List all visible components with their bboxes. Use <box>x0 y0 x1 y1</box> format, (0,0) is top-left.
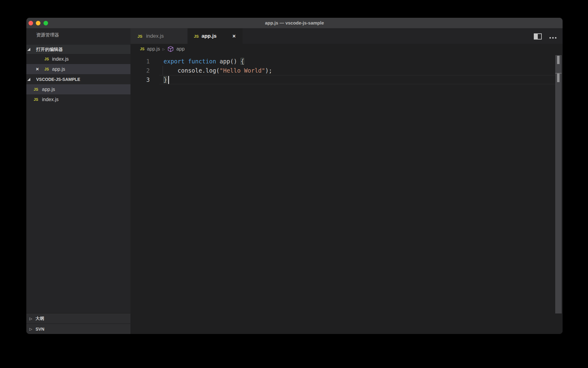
code-text: console.log("Hello World"); <box>164 66 272 75</box>
overview-ruler-mark <box>557 74 560 82</box>
code-line-2[interactable]: 2 console.log("Hello World"); <box>130 66 563 75</box>
line-number: 2 <box>130 66 150 75</box>
twistie-expanded-icon <box>27 48 30 51</box>
code-line-3[interactable]: 3 } <box>130 75 563 84</box>
title-bar: app.js — vscode-js-sample <box>26 18 563 28</box>
line-number: 3 <box>130 75 150 84</box>
chevron-right-icon: ▷ <box>162 47 165 51</box>
outline-label: 大纲 <box>36 316 44 321</box>
breadcrumb-file[interactable]: app.js <box>147 46 160 52</box>
breadcrumb-symbol[interactable]: app <box>176 46 185 52</box>
file-name: index.js <box>42 97 58 102</box>
explorer-sidebar: 资源管理器 打开的编辑器 JS index.js × JS app.js VSC… <box>26 28 130 334</box>
close-tab-icon[interactable]: × <box>232 33 236 39</box>
split-editor-fill <box>534 34 538 39</box>
code-line-1[interactable]: 1 export function app() { <box>130 57 563 66</box>
file-item-appjs[interactable]: JS app.js <box>26 84 130 94</box>
window-title: app.js — vscode-js-sample <box>26 18 563 28</box>
open-editors-section-header[interactable]: 打开的编辑器 <box>26 45 130 54</box>
project-section-header[interactable]: VSCODE-JS-SAMPLE <box>26 74 130 84</box>
tab-label: index.js <box>146 33 164 39</box>
outline-section-header[interactable]: ▷ 大纲 <box>26 313 130 324</box>
matched-bracket: } <box>164 76 167 83</box>
js-file-icon: JS <box>138 34 142 38</box>
scrollbar[interactable] <box>555 55 562 313</box>
tab-appjs-active[interactable]: JS app.js × <box>188 28 243 44</box>
js-file-icon: JS <box>194 34 199 38</box>
text-cursor <box>168 76 169 84</box>
breadcrumb: JS app.js ▷ app <box>130 44 563 54</box>
svn-section-header[interactable]: ▷ SVN <box>26 324 130 334</box>
twistie-expanded-icon <box>27 78 30 81</box>
code-text: export function app() { <box>164 57 244 66</box>
open-editors-label: 打开的编辑器 <box>36 47 63 52</box>
js-file-icon: JS <box>140 47 145 51</box>
split-editor-icon[interactable] <box>534 33 542 40</box>
file-item-indexjs[interactable]: JS index.js <box>26 94 130 104</box>
open-editor-item-indexjs[interactable]: JS index.js <box>26 54 130 64</box>
sidebar-title: 资源管理器 <box>36 32 59 38</box>
close-editor-icon[interactable]: × <box>36 66 39 72</box>
file-name: app.js <box>42 87 55 92</box>
twistie-collapsed-icon: ▷ <box>29 327 32 331</box>
more-actions-icon[interactable] <box>549 37 556 39</box>
tab-label: app.js <box>202 33 217 39</box>
js-file-icon: JS <box>34 97 38 102</box>
open-editor-filename: index.js <box>52 56 69 62</box>
twistie-collapsed-icon: ▷ <box>29 317 32 321</box>
svn-label: SVN <box>36 327 44 332</box>
editor-group: JS index.js JS app.js × JS app.js ▷ <box>130 28 563 334</box>
tab-bar: JS index.js JS app.js × <box>130 28 563 44</box>
tab-indexjs[interactable]: JS index.js <box>130 28 187 44</box>
open-editor-filename: app.js <box>52 66 65 72</box>
project-folder-label: VSCODE-JS-SAMPLE <box>36 77 80 82</box>
matched-bracket: { <box>241 58 244 65</box>
line-number: 1 <box>130 57 150 66</box>
code-text: } <box>164 75 167 84</box>
js-file-icon: JS <box>44 57 49 61</box>
open-editor-item-appjs[interactable]: × JS app.js <box>26 64 130 74</box>
js-file-icon: JS <box>34 87 38 92</box>
symbol-namespace-icon <box>167 46 174 52</box>
overview-ruler-mark <box>557 56 560 64</box>
js-file-icon: JS <box>44 67 49 71</box>
vscode-window: app.js — vscode-js-sample 资源管理器 打开的编辑器 J… <box>26 18 563 334</box>
